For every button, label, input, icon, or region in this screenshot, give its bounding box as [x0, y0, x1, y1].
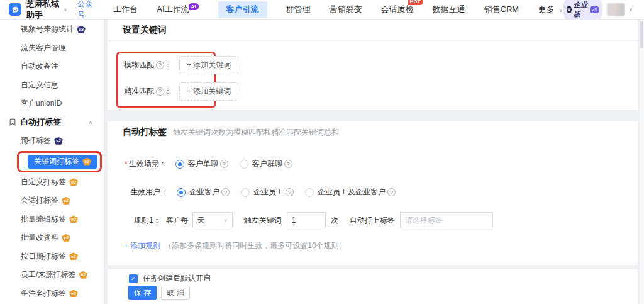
save-button[interactable]: 保 存 — [128, 286, 157, 300]
sidebar-item-label: 关键词打标签 — [34, 156, 79, 167]
help-icon[interactable]: ? — [221, 188, 230, 196]
app: 芝麻私域助手 ∨ 公众号 工作台 AI工作流AI 客户引流 群管理 营销裂变 会… — [0, 0, 644, 304]
sidebar-item-label: 批量编辑标签 — [21, 214, 66, 225]
action-buttons: 保 存 取 消 — [128, 286, 190, 300]
trigger-keyword-label: 触发关键词 — [244, 215, 282, 226]
add-rule-link[interactable]: + 添加规则 — [124, 240, 160, 251]
autotag-card: 自动打标签 触发关键词次数为模糊匹配和精准匹配关键词总和 * 生效场景： 客户单… — [108, 121, 638, 265]
sidebar-item-keyword-tagging[interactable]: 关键词打标签 v2 — [28, 155, 97, 169]
sidebar-item-label: 视频号来源统计 — [21, 24, 74, 35]
sidebar-section-auto-tagging[interactable]: 自动打标签 ∧ — [0, 113, 104, 132]
add-rule-note: （添加多条规则时将同时生效，最多可设置10个规则） — [164, 240, 346, 251]
radio-label[interactable]: 客户单聊 — [188, 159, 218, 169]
autotag-card-subtitle: 触发关键词次数为模糊匹配和精准匹配关键词总和 — [173, 127, 339, 138]
add-keyword-fuzzy-button[interactable]: + 添加关键词 — [179, 56, 238, 74]
ai-badge: AI — [189, 3, 199, 10]
product-switch-chevron-icon[interactable]: ∨ — [64, 7, 67, 13]
radio-label[interactable]: 企业员工 — [253, 187, 284, 198]
nav-item-marketing-fission[interactable]: 营销裂变 — [330, 4, 362, 15]
default-enable-row: ✓ 任务创建后默认开启 — [129, 273, 211, 284]
user-avatar[interactable] — [607, 3, 625, 16]
scrollbar-track[interactable] — [640, 20, 644, 304]
sidebar-item-video-source-stats[interactable]: 视频号来源统计v3 — [0, 20, 104, 39]
top-nav: 工作台 AI工作流AI 客户引流 群管理 营销裂变 会话质检HOT 数据互通 销… — [113, 1, 562, 18]
sidebar-active-row: 关键词打标签 v2 — [0, 150, 104, 173]
exact-match-row: 精准匹配 ? ： + 添加关键词 — [124, 83, 238, 99]
nav-item-label: AI工作流 — [157, 4, 189, 14]
period-select-value: 天 — [197, 215, 205, 226]
app-logo-icon[interactable] — [9, 3, 21, 16]
help-icon[interactable]: ? — [156, 87, 164, 96]
nav-item-ai-workflow[interactable]: AI工作流AI — [157, 4, 199, 15]
keywords-card-header: 设置关键词 — [108, 20, 638, 41]
nav-item-chat-inspection[interactable]: 会话质检HOT — [381, 4, 414, 15]
exact-match-label: 精准匹配 — [124, 86, 154, 97]
sidebar-item-auto-remark[interactable]: 自动改备注 — [0, 57, 104, 76]
default-enable-label[interactable]: 任务创建后默认开启 — [143, 273, 211, 284]
plan-badge[interactable]: ♛ 企业版 v3 — [563, 0, 602, 20]
colon: ： — [164, 60, 172, 70]
sidebar-item-chat-tagging[interactable]: 会话打标签v2 — [0, 191, 104, 210]
sidebar-item-custom-tagging[interactable]: 自定义打标签v2 — [0, 173, 104, 192]
sidebar-item-custom-info[interactable]: 自定义信息 — [0, 76, 104, 95]
chat-bubble-icon — [11, 6, 19, 14]
sidebar-item-tag-by-remark-name[interactable]: 备注名打标签v2 — [0, 284, 104, 303]
sidebar-item-customer-unionid[interactable]: 客户unionID — [0, 94, 104, 113]
gem-badge-icon: v2 — [54, 137, 63, 145]
gem-badge-icon: v2 — [82, 158, 91, 166]
sidebar-item-tag-by-staff-source[interactable]: 员工/来源打标签v2 — [0, 266, 104, 284]
autotag-card-header: 自动打标签 触发关键词次数为模糊匹配和精准匹配关键词总和 — [108, 121, 638, 143]
gem-badge-icon: v2 — [69, 178, 78, 186]
sidebar-item-label: 员工/来源打标签 — [21, 269, 75, 280]
enterprise-icon: ♛ — [567, 6, 572, 13]
help-icon[interactable]: ? — [387, 188, 396, 196]
sidebar-item-batch-edit-profile[interactable]: 批量改资料v2 — [0, 228, 104, 247]
add-rule-row: + 添加规则 （添加多条规则时将同时生效，最多可设置10个规则） — [124, 240, 347, 251]
radio-customer-single-chat[interactable] — [175, 160, 184, 169]
header-right: ♛ 企业版 v3 ∨ — [563, 0, 638, 20]
radio-label[interactable]: 企业员工及企业客户 — [318, 187, 386, 198]
sidebar-item-pre-tagging[interactable]: 预打标签v2 — [0, 132, 104, 150]
sidebar-item-tag-by-date[interactable]: 按日期打标签v2 — [0, 247, 104, 266]
nav-item-data-sync[interactable]: 数据互通 — [433, 4, 465, 15]
nav-item-more[interactable]: 更多 ∨ — [538, 4, 562, 15]
gem-badge-icon: v2 — [69, 290, 78, 297]
collapse-chevron-icon[interactable]: ∧ — [88, 119, 92, 125]
gem-badge-icon: v3 — [77, 26, 86, 33]
gem-badge-icon: v2 — [69, 215, 78, 223]
gem-badge-icon: v2 — [79, 271, 87, 279]
autotag-card-title: 自动打标签 — [123, 127, 167, 138]
radio-label[interactable]: 客户群聊 — [252, 159, 282, 169]
trigger-count-input[interactable] — [287, 212, 326, 228]
sidebar-item-label: 批量改资料 — [21, 232, 58, 243]
nav-item-sales-crm[interactable]: 销售CRM — [484, 4, 519, 15]
nav-item-workbench[interactable]: 工作台 — [113, 4, 138, 15]
account-type-link[interactable]: 公众号 — [77, 0, 93, 20]
sidebar-item-label: 按日期打标签 — [21, 251, 66, 262]
effective-user-label: 生效用户： — [130, 187, 168, 198]
radio-enterprise-customer[interactable] — [177, 188, 186, 197]
required-mark: * — [125, 160, 128, 169]
hot-badge: HOT — [408, 0, 423, 5]
help-icon[interactable]: ? — [284, 160, 292, 168]
radio-staff-and-customer[interactable] — [305, 188, 314, 197]
nav-item-customer-acquisition[interactable]: 客户引流 — [218, 1, 267, 18]
radio-label[interactable]: 企业客户 — [189, 187, 219, 198]
user-menu-chevron-icon[interactable]: ∨ — [629, 7, 633, 13]
nav-item-group-management[interactable]: 群管理 — [286, 4, 311, 15]
radio-enterprise-staff[interactable] — [241, 188, 250, 197]
sidebar: 视频号来源统计v3 流失客户管理 自动改备注 自定义信息 客户unionID 自… — [0, 20, 104, 304]
add-keyword-exact-button[interactable]: + 添加关键词 — [179, 82, 238, 101]
period-select[interactable]: 天 ∨ — [192, 212, 233, 228]
radio-customer-group-chat[interactable] — [240, 160, 248, 169]
scrollbar-thumb[interactable] — [640, 21, 643, 48]
help-icon[interactable]: ? — [220, 160, 228, 168]
tag-select-input[interactable] — [400, 212, 493, 228]
sidebar-item-churned-customers[interactable]: 流失客户管理 — [0, 39, 104, 58]
fuzzy-match-row: 模糊匹配 ? ： + 添加关键词 — [124, 57, 238, 73]
cancel-button[interactable]: 取 消 — [161, 286, 189, 300]
help-icon[interactable]: ? — [286, 188, 294, 196]
sidebar-item-batch-edit-tags[interactable]: 批量编辑标签v2 — [0, 210, 104, 229]
help-icon[interactable]: ? — [156, 61, 164, 69]
default-enable-checkbox[interactable]: ✓ — [129, 274, 138, 283]
